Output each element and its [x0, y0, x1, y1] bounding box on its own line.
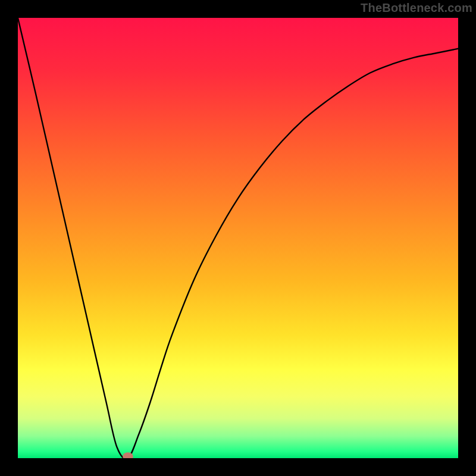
plot-svg — [18, 18, 458, 458]
chart-frame: TheBottleneck.com — [0, 0, 476, 476]
plot-area — [18, 18, 458, 458]
attribution-text: TheBottleneck.com — [361, 1, 472, 15]
gradient-background — [18, 18, 458, 458]
